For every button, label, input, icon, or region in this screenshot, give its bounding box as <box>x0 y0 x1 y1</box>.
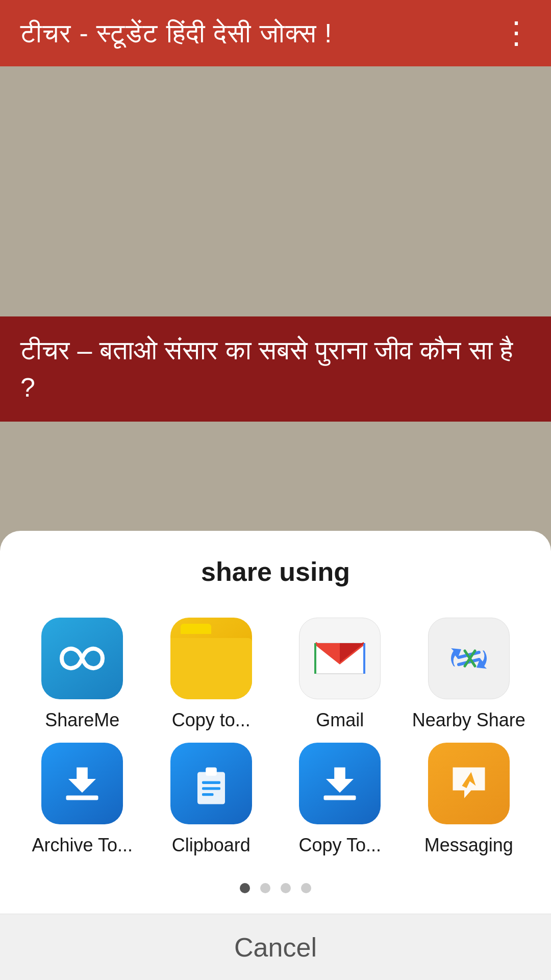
pagination-dot-3 <box>281 883 291 893</box>
svg-rect-14 <box>202 787 220 790</box>
archiveto-icon <box>41 743 123 824</box>
nearbyshare-label: Nearby Share <box>412 708 525 732</box>
svg-rect-13 <box>202 781 220 784</box>
content-text: टीचर – बताओ संसार का सबसे पुराना जीव कौन… <box>20 335 513 402</box>
svg-rect-15 <box>202 793 214 796</box>
app-item-copyto[interactable]: Copy to... <box>149 618 273 732</box>
pagination-dot-1 <box>240 883 250 893</box>
copyto-label: Copy to... <box>172 708 251 732</box>
app-item-gmail[interactable]: Gmail <box>278 618 402 732</box>
clipboard-icon <box>170 743 252 824</box>
svg-marker-9 <box>68 768 96 793</box>
content-area <box>0 66 551 316</box>
gmail-label: Gmail <box>316 708 364 732</box>
gmail-icon <box>299 618 381 699</box>
app-item-shareme[interactable]: ShareMe <box>20 618 144 732</box>
copyto-icon <box>170 618 252 699</box>
app-bar: टीचर - स्टूडेंट हिंदी देसी जोक्स ! ⋮ <box>0 0 551 66</box>
folder-body <box>170 638 252 699</box>
messaging-icon <box>428 743 510 824</box>
app-title: टीचर - स्टूडेंट हिंदी देसी जोक्स ! <box>20 18 332 49</box>
app-item-copyto2[interactable]: Copy To... <box>278 743 402 857</box>
archiveto-label: Archive To... <box>32 834 133 857</box>
folder-tab <box>181 624 211 634</box>
share-sheet: share using ShareMe Copy to... <box>0 531 551 980</box>
content-bar: टीचर – बताओ संसार का सबसे पुराना जीव कौन… <box>0 316 551 422</box>
svg-rect-17 <box>324 796 356 800</box>
shareme-label: ShareMe <box>45 708 119 732</box>
cancel-label: Cancel <box>234 932 317 963</box>
svg-rect-12 <box>206 768 217 776</box>
shareme-icon <box>41 618 123 699</box>
pagination-dot-2 <box>260 883 270 893</box>
svg-marker-16 <box>326 768 354 793</box>
pagination <box>0 883 551 893</box>
pagination-dot-4 <box>301 883 311 893</box>
copyto2-label: Copy To... <box>299 834 381 857</box>
svg-rect-10 <box>66 796 98 800</box>
share-title: share using <box>0 556 551 587</box>
messaging-label: Messaging <box>424 834 513 857</box>
apps-grid: ShareMe Copy to... <box>0 618 551 857</box>
copyto2-icon <box>299 743 381 824</box>
app-item-clipboard[interactable]: Clipboard <box>149 743 273 857</box>
nearbyshare-icon <box>428 618 510 699</box>
app-item-archiveto[interactable]: Archive To... <box>20 743 144 857</box>
app-item-nearbyshare[interactable]: Nearby Share <box>407 618 531 732</box>
more-options-icon[interactable]: ⋮ <box>501 18 531 48</box>
app-item-messaging[interactable]: Messaging <box>407 743 531 857</box>
cancel-button[interactable]: Cancel <box>0 914 551 980</box>
clipboard-label: Clipboard <box>172 834 251 857</box>
